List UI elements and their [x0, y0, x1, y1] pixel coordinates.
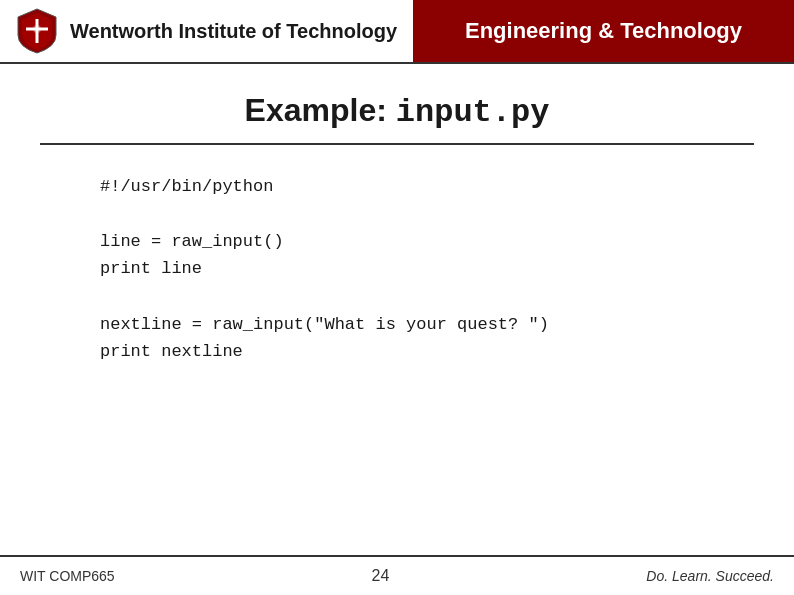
wit-logo-icon	[16, 7, 58, 55]
title-divider	[40, 143, 754, 145]
school-name: Wentworth Institute of Technology	[70, 19, 397, 43]
code-line-4: print nextline	[100, 338, 754, 365]
footer-page-number: 24	[372, 567, 390, 585]
header-right: Engineering & Technology	[413, 0, 794, 62]
code-line-3: nextline = raw_input("What is your quest…	[100, 311, 754, 338]
title-code: input.py	[396, 94, 550, 131]
footer-course: WIT COMP665	[20, 568, 115, 584]
svg-point-2	[33, 25, 41, 33]
main-content: Example: input.py #!/usr/bin/python line…	[0, 64, 794, 365]
code-block2: nextline = raw_input("What is your quest…	[100, 311, 754, 365]
title-prefix: Example:	[245, 92, 396, 128]
footer: WIT COMP665 24 Do. Learn. Succeed.	[0, 555, 794, 595]
header: Wentworth Institute of Technology Engine…	[0, 0, 794, 64]
code-block1: line = raw_input() print line	[100, 228, 754, 282]
header-left: Wentworth Institute of Technology	[0, 0, 413, 62]
department-name: Engineering & Technology	[465, 18, 742, 44]
slide-title: Example: input.py	[40, 74, 754, 143]
code-shebang: #!/usr/bin/python	[100, 173, 754, 200]
code-block: #!/usr/bin/python line = raw_input() pri…	[40, 173, 754, 365]
code-line-1: line = raw_input()	[100, 228, 754, 255]
code-shebang-section: #!/usr/bin/python	[100, 173, 754, 200]
code-line-2: print line	[100, 255, 754, 282]
footer-tagline: Do. Learn. Succeed.	[646, 568, 774, 584]
